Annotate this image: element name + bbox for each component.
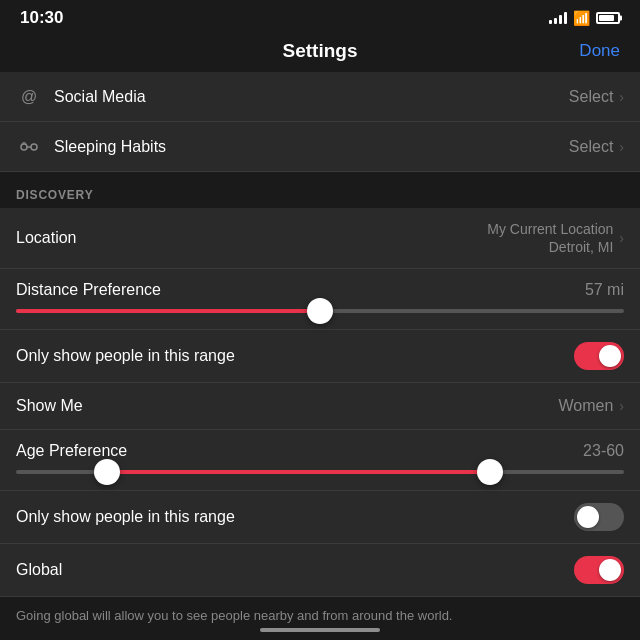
- status-time: 10:30: [20, 8, 63, 28]
- page-title: Settings: [283, 40, 358, 62]
- social-media-icon: @: [16, 88, 42, 106]
- only-show-range-1-toggle[interactable]: [574, 342, 624, 370]
- only-show-range-2-toggle[interactable]: [574, 503, 624, 531]
- sleeping-habits-value: Select: [569, 138, 613, 156]
- sleeping-habits-label: Sleeping Habits: [54, 138, 569, 156]
- signal-bars-icon: [549, 12, 567, 24]
- only-show-range-2-toggle-thumb: [577, 506, 599, 528]
- sleeping-habits-row[interactable]: Sleeping Habits Select ›: [0, 122, 640, 172]
- social-media-chevron-icon: ›: [619, 89, 624, 105]
- location-value: My Current Location Detroit, MI: [487, 220, 613, 256]
- wifi-icon: 📶: [573, 10, 590, 26]
- battery-icon: [596, 12, 620, 24]
- global-toggle[interactable]: [574, 556, 624, 584]
- age-slider-track[interactable]: [16, 470, 624, 474]
- global-label: Global: [16, 561, 574, 579]
- global-row[interactable]: Global: [0, 544, 640, 597]
- distance-preference-label: Distance Preference: [16, 281, 161, 299]
- only-show-range-1-label: Only show people in this range: [16, 347, 574, 365]
- age-preference-value: 23-60: [583, 442, 624, 460]
- location-row[interactable]: Location My Current Location Detroit, MI…: [0, 208, 640, 269]
- only-show-range-2-label: Only show people in this range: [16, 508, 574, 526]
- age-slider-fill: [107, 470, 490, 474]
- status-bar: 10:30 📶: [0, 0, 640, 32]
- age-preference-label: Age Preference: [16, 442, 127, 460]
- distance-slider-track[interactable]: [16, 309, 624, 313]
- age-slider-left-thumb[interactable]: [94, 459, 120, 485]
- sleeping-habits-icon: [16, 140, 42, 154]
- location-chevron-icon: ›: [619, 230, 624, 246]
- show-me-value: Women: [558, 397, 613, 415]
- discovery-section-header: DISCOVERY: [0, 172, 640, 208]
- distance-slider-fill: [16, 309, 320, 313]
- social-media-row[interactable]: @ Social Media Select ›: [0, 72, 640, 122]
- done-button[interactable]: Done: [579, 41, 620, 61]
- distance-preference-value: 57 mi: [585, 281, 624, 299]
- only-show-range-1-row[interactable]: Only show people in this range: [0, 330, 640, 383]
- status-icons: 📶: [549, 10, 620, 26]
- global-toggle-thumb: [599, 559, 621, 581]
- svg-point-1: [31, 144, 37, 150]
- location-label: Location: [16, 229, 487, 247]
- show-me-row[interactable]: Show Me Women ›: [0, 383, 640, 430]
- svg-point-0: [21, 144, 27, 150]
- show-me-chevron-icon: ›: [619, 398, 624, 414]
- only-show-range-1-toggle-thumb: [599, 345, 621, 367]
- show-me-label: Show Me: [16, 397, 558, 415]
- distance-slider-thumb[interactable]: [307, 298, 333, 324]
- home-indicator: [260, 628, 380, 632]
- page-container: 10:30 📶 Settings Done @ Social Media Sel…: [0, 0, 640, 640]
- social-media-label: Social Media: [54, 88, 569, 106]
- global-note: Going global will allow you to see peopl…: [0, 597, 640, 639]
- sleeping-habits-chevron-icon: ›: [619, 139, 624, 155]
- distance-preference-section: Distance Preference 57 mi: [0, 269, 640, 330]
- settings-header: Settings Done: [0, 32, 640, 72]
- age-preference-section: Age Preference 23-60: [0, 430, 640, 491]
- age-slider-right-thumb[interactable]: [477, 459, 503, 485]
- social-media-value: Select: [569, 88, 613, 106]
- only-show-range-2-row[interactable]: Only show people in this range: [0, 491, 640, 544]
